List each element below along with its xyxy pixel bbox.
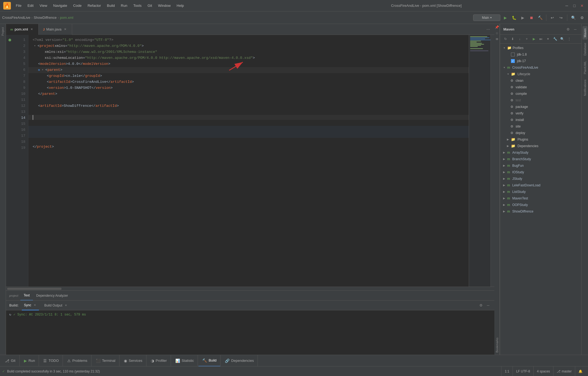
minimize-button[interactable]: ─ [564,3,569,8]
build-sync-icon[interactable]: ↻ [9,313,11,317]
breadcrumb-file[interactable]: pom.xml [60,16,73,20]
maven-module-maventest[interactable]: ▶ m MavenTest [500,195,581,202]
breadcrumb-project[interactable]: CrossFireAndLive [2,16,30,20]
maven-module-liststudy[interactable]: ▶ m ListStudy [500,189,581,195]
status-indent[interactable]: 4 spaces [533,366,553,376]
maven-close-icon[interactable]: ─ [572,26,578,32]
collapse-project[interactable]: ▾ [33,44,37,48]
maven-module-arraystudy[interactable]: ▶ m ArrayStudy [500,149,581,156]
menu-item-code[interactable]: Code [71,2,84,9]
bookmark-list-icon[interactable]: ☆ [495,31,499,35]
lifecycle-install[interactable]: ⚙ install [500,117,581,123]
lifecycle-test[interactable]: ⚙ test [500,97,581,104]
build-settings-icon[interactable]: ⚙ [478,302,484,308]
maven-plugins[interactable]: ▶ 📁 Plugins [500,136,581,143]
build-tab-output[interactable]: Build Output ✕ [42,301,70,310]
terminal-tool-btn[interactable]: ⬛ Terminal [92,355,120,366]
code-content[interactable]: <?xml version="1.0" encoding="UTF-8"?> ▾… [28,35,469,287]
search-everywhere-button[interactable]: 🔍 [569,14,577,22]
menu-item-window[interactable]: Window [155,2,173,9]
git-tool-btn[interactable]: ⎇ Git [1,355,20,366]
build-tool-btn[interactable]: 🔨 Build [198,355,220,366]
menu-item-git[interactable]: Git [145,2,155,9]
redo-button[interactable]: ↪ [557,14,565,22]
lifecycle-compile[interactable]: ⚙ compile [500,90,581,97]
lifecycle-verify[interactable]: ⚙ verify [500,110,581,117]
menu-item-view[interactable]: View [37,2,50,9]
maven-generate-icon[interactable]: ✦ [545,36,551,42]
stop-button[interactable]: ⏹ [528,14,535,22]
menu-item-help[interactable]: Help [174,2,187,9]
settings-button[interactable]: ⚙ [578,14,586,22]
menu-item-edit[interactable]: Edit [25,2,36,9]
dependencies-tool-btn[interactable]: 🔗 Dependencies [221,355,258,366]
tab-text[interactable]: Text [20,291,33,301]
lifecycle-deploy[interactable]: ⚙ deploy [500,130,581,136]
maven-run-icon[interactable]: ▶ [531,36,537,42]
bookmark-eye-icon[interactable]: 👁 [495,37,499,41]
maven-side-tab[interactable]: Maven [583,26,587,40]
build-tab-sync[interactable]: Sync ✕ [22,301,39,310]
status-position[interactable]: 1:1 [501,366,513,376]
lifecycle-site[interactable]: ⚙ site [500,123,581,130]
debug-button[interactable]: 🐛 [510,14,518,22]
bookmarks-label[interactable]: Bookmarks [495,335,500,355]
close-button[interactable]: ✕ [579,3,585,8]
maven-skip-tests-icon[interactable]: ⏭ [538,36,544,42]
horizontal-scrollbar[interactable] [6,287,494,290]
menu-item-run[interactable]: Run [118,2,130,9]
bookmark-pin-icon[interactable]: 📌 [495,25,499,29]
maven-profile-jdk18[interactable]: jdk-1.8 [500,51,581,58]
status-vcs[interactable]: ⎇ master [553,366,575,376]
problems-tool-btn[interactable]: ⚠ Problems [63,355,91,366]
undo-button[interactable]: ↩ [549,14,556,22]
jdk18-checkbox[interactable] [511,53,515,56]
maven-profile-jdk17[interactable]: ✓ jdk-17 [500,58,581,64]
maven-import-icon[interactable]: ⬇ [509,36,516,42]
tab-pom-xml[interactable]: m pom.xml ✕ [6,24,39,35]
maven-module-showdiffrence[interactable]: ▶ m ShowDiffrence [500,208,581,215]
menu-item-tools[interactable]: Tools [131,2,144,9]
maven-module-oopstudy[interactable]: ▶ m OOPStudy [500,202,581,208]
build-minimize-icon[interactable]: ─ [485,302,491,308]
tab-pom-xml-close[interactable]: ✕ [30,27,34,32]
run-config-dropdown[interactable]: Main ▾ [473,14,500,21]
maven-module-bugfun[interactable]: ▶ m BugFun [500,162,581,169]
jdk17-checkbox[interactable]: ✓ [511,59,515,63]
database-side-tab[interactable]: Database [583,41,587,58]
status-encoding[interactable]: LF UTF-8 [513,366,533,376]
breadcrumb-module[interactable]: ShowDiffrence [34,16,57,20]
menu-item-file[interactable]: File [13,2,24,9]
menu-item-build[interactable]: Build [104,2,118,9]
tab-dependency-analyzer[interactable]: Dependency Analyzer [33,291,71,301]
menu-item-navigate[interactable]: Navigate [50,2,70,9]
plantuml-side-tab[interactable]: PlantUML [583,59,587,76]
maven-settings-file-icon[interactable]: 🔧 [552,36,558,42]
menu-item-refactor[interactable]: Refactor [85,2,104,9]
lifecycle-clean[interactable]: ⚙ clean [500,77,581,84]
maven-module-iostudy[interactable]: ▶ m IOStudy [500,169,581,175]
maven-module-crossfire[interactable]: ▾ m CrossFireAndLive [500,64,581,71]
maven-dependencies[interactable]: ▶ 📁 Dependencies [500,143,581,149]
maximize-button[interactable]: □ [572,3,577,8]
services-tool-btn[interactable]: ◉ Services [120,355,146,366]
maven-search-icon[interactable]: 🔍 [559,36,565,42]
maven-more-icon[interactable]: ⋮ [566,36,572,42]
maven-profiles-item[interactable]: ▾ 📁 Profiles [500,45,581,51]
maven-module-branchstudy[interactable]: ▶ m BranchStudy [500,156,581,162]
build-project-button[interactable]: 🔨 [536,14,544,22]
build-tab-sync-close[interactable]: ✕ [33,303,37,307]
project-panel-toggle[interactable]: Project [1,26,5,37]
editor-scrollbar[interactable] [491,35,494,287]
notifications-side-tab[interactable]: Notifications [583,77,587,98]
maven-refresh-icon[interactable]: ↻ [502,36,509,42]
statistic-tool-btn[interactable]: 📊 Statistic [171,355,198,366]
run-tool-btn[interactable]: ▶ Run [20,355,39,366]
maven-settings-icon[interactable]: ⚙ [565,26,571,32]
maven-add-icon[interactable]: + [523,36,530,42]
maven-lifecycle[interactable]: ▾ 📁 Lifecycle [500,71,581,77]
todo-tool-btn[interactable]: ☰ TODO [39,355,63,366]
status-notifications[interactable]: 🔔 [575,366,586,376]
lifecycle-validate[interactable]: ⚙ validate [500,84,581,90]
collapse-parent[interactable]: ▾ [41,68,45,72]
